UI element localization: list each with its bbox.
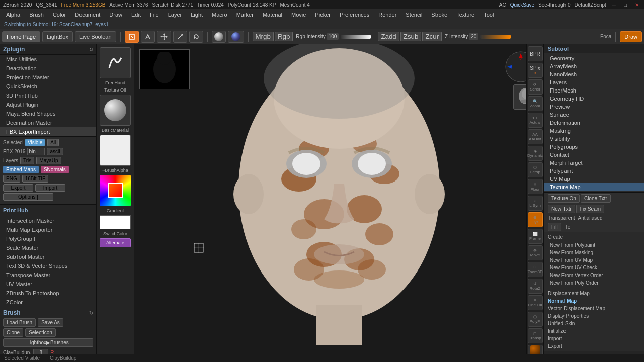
right-texturemap[interactable]: Texture Map — [544, 183, 644, 191]
basic-material-preview[interactable] — [100, 95, 131, 126]
lightbox-btn[interactable]: LightBox — [42, 31, 73, 42]
transp-btn[interactable]: ◻ Transp — [528, 328, 543, 343]
canvas-area[interactable]: Z X Y — [134, 44, 543, 354]
maximize-icon[interactable]: □ — [622, 2, 629, 8]
menu-document[interactable]: Document — [71, 11, 104, 19]
menu-light[interactable]: Light — [187, 11, 207, 19]
menu-texture[interactable]: Texture — [452, 11, 478, 19]
menu-macro[interactable]: Macro — [208, 11, 231, 19]
plugin-adjust[interactable]: Adjust Plugin — [0, 100, 96, 109]
snormals-btn[interactable]: SNormals — [41, 166, 69, 173]
import-btn[interactable]: Import — [35, 184, 65, 192]
menu-stencil[interactable]: Stencil — [401, 11, 426, 19]
dynamic2-btn[interactable]: Dynamic — [528, 345, 543, 354]
displacement-map-item[interactable]: Displacement Map — [548, 290, 640, 297]
plugin-uv[interactable]: UV Master — [0, 280, 96, 289]
import-item[interactable]: Import — [548, 335, 640, 342]
load-brush-btn[interactable]: Load Brush — [3, 318, 36, 327]
freehand-preview[interactable] — [100, 47, 131, 78]
new-from-masking[interactable]: New From Masking — [548, 249, 640, 256]
transparent-label[interactable]: Transparent — [548, 215, 575, 221]
live-boolean-btn[interactable]: Live Boolean — [75, 31, 116, 42]
menu-color[interactable]: Color — [49, 11, 70, 19]
texture-on-btn[interactable]: Texture On — [548, 194, 580, 203]
menu-alpha[interactable]: Alpha — [2, 11, 24, 19]
tris-btn[interactable]: Tris — [20, 157, 34, 164]
right-masking[interactable]: Masking — [544, 127, 644, 135]
right-geometryhd[interactable]: Geometry HD — [544, 95, 644, 103]
fix-seam-btn[interactable]: Fix Seam — [576, 205, 604, 213]
color-gradient-display[interactable] — [100, 175, 131, 206]
linefill-btn[interactable]: ≡ Line Fill — [528, 295, 543, 310]
save-as-btn[interactable]: Save As — [38, 318, 63, 327]
new-from-vertex[interactable]: New From Vertex Order — [548, 272, 640, 279]
menu-brush[interactable]: Brush — [25, 11, 48, 19]
draw-mode-btn[interactable]: Draw — [620, 31, 642, 42]
plugin-zbr[interactable]: ZBrush To Photoshop — [0, 289, 96, 298]
spix-btn[interactable]: SPix 3 — [528, 63, 543, 78]
rgb-intensity-val[interactable]: 100 — [327, 33, 339, 40]
right-geometry[interactable]: Geometry — [544, 54, 644, 62]
seethrough-label[interactable]: See-through 0 — [538, 2, 570, 8]
persp-btn[interactable]: ⬡ Persp — [528, 162, 543, 177]
brush-alpha-preview[interactable] — [100, 135, 131, 166]
plugin-poly[interactable]: PolyGroupIt — [0, 234, 96, 243]
plugin-misc[interactable]: Misc Utilities — [0, 55, 96, 64]
plugin-fbx[interactable]: FBX ExportImport — [0, 127, 96, 136]
plugin-zcol[interactable]: ZColor — [0, 298, 96, 307]
alternate-btn[interactable]: Alternate — [100, 238, 131, 247]
right-polypaint[interactable]: Polypaint — [544, 167, 644, 175]
switch-color-display[interactable] — [100, 215, 131, 229]
lsym-btn[interactable]: ↔ L.Sym — [528, 196, 543, 211]
plugin-deact[interactable]: Deactivation — [0, 64, 96, 73]
plugin-inter[interactable]: Intersection Masker — [0, 216, 96, 225]
menu-movie[interactable]: Movie — [287, 11, 310, 19]
new-txtr-btn[interactable]: New Txtr — [548, 205, 575, 213]
plugin-deci[interactable]: Decimation Master — [0, 118, 96, 127]
zoom3d-btn[interactable]: ⊙ Zoom3D — [528, 262, 543, 277]
lightbox-brushes-btn[interactable]: Lightbox▶Brushes — [3, 338, 93, 347]
right-contact[interactable]: Contact — [544, 151, 644, 159]
material-sphere-icon[interactable] — [212, 31, 226, 43]
gyz-btn[interactable]: ⊕ Gyz — [528, 212, 543, 227]
zplugin-refresh-icon[interactable]: ↻ — [89, 47, 93, 52]
right-nanomesh[interactable]: NanoMesh — [544, 70, 644, 78]
menu-edit[interactable]: Edit — [127, 11, 145, 19]
subtool-header[interactable]: Subtool — [544, 44, 644, 53]
head-3d[interactable] — [134, 44, 543, 354]
menu-stroke[interactable]: Stroke — [427, 11, 451, 19]
brush-refresh-icon[interactable]: ↻ — [89, 310, 93, 316]
export-btn[interactable]: Export — [3, 184, 33, 192]
plugin-proj[interactable]: Projection Master — [0, 73, 96, 82]
move-canvas-btn[interactable]: ✥ Move — [528, 245, 543, 260]
zsub-btn[interactable]: Zsub — [400, 32, 422, 41]
menu-render[interactable]: Render — [374, 11, 400, 19]
frame-btn[interactable]: ⬜ Frame — [528, 229, 543, 244]
clay-buildup-val[interactable]: 8 — [33, 349, 48, 354]
actual-btn[interactable]: 1:1 Actual — [528, 113, 543, 128]
rotaz-btn[interactable]: ↺ RotaZ — [528, 279, 543, 294]
plugin-trans[interactable]: Transpose Master — [0, 270, 96, 280]
z-slider[interactable] — [480, 35, 511, 39]
quicksave-btn[interactable]: QuickSave — [510, 2, 534, 8]
fill-btn[interactable]: Fill — [548, 223, 561, 231]
embed-maps-btn[interactable]: Embed Maps — [3, 166, 39, 173]
zadd-btn[interactable]: Zadd — [378, 32, 399, 41]
zplugin-header[interactable]: Zplugin ↻ — [0, 44, 96, 55]
plugin-scale[interactable]: Scale Master — [0, 243, 96, 252]
clone-txtr-btn[interactable]: Clone Txtr — [581, 194, 611, 203]
menu-tool[interactable]: Tool — [479, 11, 498, 19]
plugin-print[interactable]: 3D Print Hub — [0, 91, 96, 100]
plugin-subtool[interactable]: SubTool Master — [0, 252, 96, 261]
scale-btn[interactable] — [173, 31, 187, 43]
new-from-uvcheck[interactable]: New From UV Check — [548, 264, 640, 272]
bin-input[interactable] — [27, 148, 45, 155]
rgb-slider[interactable] — [341, 35, 371, 39]
zoom-btn[interactable]: 🔍 Zoom — [528, 96, 543, 111]
polyf-btn[interactable]: ⬡ PolyF. — [528, 312, 543, 327]
menu-file[interactable]: File — [146, 11, 163, 19]
options-btn[interactable]: Options | — [3, 193, 53, 201]
new-from-polypaint[interactable]: New From Polypaint — [548, 241, 640, 249]
visible-btn[interactable]: Visible — [25, 139, 45, 146]
menu-layer[interactable]: Layer — [164, 11, 186, 19]
